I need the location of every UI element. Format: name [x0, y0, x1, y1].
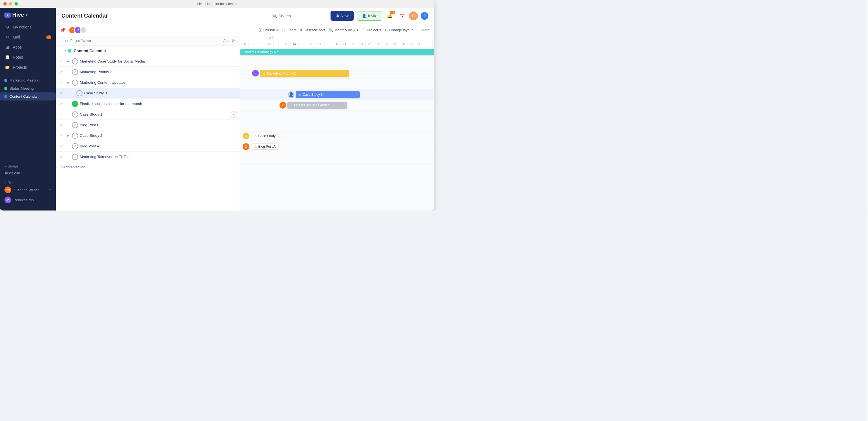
- check-circle[interactable]: ✓: [76, 90, 83, 96]
- external-link-icon[interactable]: ↗: [58, 155, 64, 159]
- direct-header[interactable]: ▾ Direct: [4, 181, 51, 185]
- gantt-row-blog-post-a: Z ⚠ Blog Post A: [240, 142, 434, 153]
- direct-contact-rebecca[interactable]: RY Rebecca Yip: [4, 195, 51, 205]
- external-link-icon[interactable]: ↗: [58, 91, 64, 95]
- action-name[interactable]: Blog Post A: [80, 144, 237, 148]
- topbar: Content Calendar 🔍 ⊕ New 👤 Invite 🔔 74: [56, 8, 434, 24]
- project-dot: [4, 79, 7, 82]
- app-window: Hive: Home for busy teams ≡ Hive ▾ ⊙ My …: [0, 0, 434, 210]
- search-input[interactable]: [279, 14, 323, 18]
- new-button[interactable]: ⊕ New: [331, 11, 354, 21]
- action-row: ↗ ✓ Blog Post A: [56, 141, 240, 151]
- avatar: RY: [4, 197, 11, 203]
- sidebar-item-my-actions[interactable]: ⊙ My actions: [0, 22, 56, 32]
- add-action-row[interactable]: + Add an action: [56, 162, 240, 172]
- check-circle[interactable]: ✓: [72, 80, 78, 86]
- notif-badge: 74: [390, 11, 395, 14]
- month-label: Sep: [268, 36, 273, 40]
- user-avatar[interactable]: U: [409, 11, 418, 20]
- day-21: 21: [340, 40, 349, 47]
- logo[interactable]: ≡ Hive ▾: [4, 12, 27, 18]
- project-expand-icon[interactable]: ▾: [64, 49, 68, 53]
- action-name[interactable]: Marketing Case Study for Social Media: [80, 59, 237, 63]
- expand-all-icon[interactable]: ⊕: [60, 38, 64, 43]
- filters-btn[interactable]: ⊟ Filters: [282, 28, 296, 32]
- search-box[interactable]: 🔍: [269, 12, 327, 20]
- pin-button[interactable]: 📌: [60, 27, 66, 33]
- external-link-icon[interactable]: ↗: [58, 134, 64, 138]
- more-btn[interactable]: ⋯ More: [416, 28, 430, 32]
- gantt-area[interactable]: Sep 09 10 11 12 13 14 15 16 17 18: [240, 36, 434, 210]
- case-study-2-label[interactable]: J ⚠ Case Study 2: [243, 133, 281, 139]
- external-link-icon[interactable]: ↗: [58, 123, 64, 127]
- groups-header[interactable]: ▾ Groups: [4, 164, 51, 168]
- check-circle[interactable]: ✓: [72, 133, 78, 139]
- action-name[interactable]: Case Study 2: [80, 134, 237, 138]
- sidebar-item-mail[interactable]: ✉ Mail 7: [0, 32, 56, 42]
- content-calendar-bar[interactable]: Content Calendar (537d): [240, 49, 434, 55]
- notifications-button[interactable]: 🔔 74: [385, 11, 394, 20]
- minimize-button[interactable]: [9, 2, 12, 6]
- check-circle[interactable]: ✓: [72, 143, 78, 149]
- fullscreen-button[interactable]: [14, 2, 18, 6]
- cascade-sort-btn[interactable]: ≡ Cascade sort: [301, 28, 325, 32]
- sidebar-item-status-meeting[interactable]: Status Meeting: [0, 84, 56, 92]
- action-name[interactable]: Case Study 1: [80, 112, 231, 116]
- check-circle[interactable]: ✓: [72, 58, 78, 64]
- toolbar: 📌 Z R + ⓘ Overview ⊟ Filters: [56, 24, 434, 36]
- action-name[interactable]: Blog Post B: [80, 123, 237, 127]
- action-name[interactable]: Marketing Takeover on TikTok: [80, 155, 237, 159]
- close-button[interactable]: [3, 2, 7, 6]
- sidebar-item-projects[interactable]: 📁 Projects: [0, 62, 56, 72]
- action-row: ↗ ✓ Case Study 1 +: [56, 109, 240, 120]
- invite-button[interactable]: 👤 Invite: [357, 11, 382, 21]
- monthly-view-btn[interactable]: 🔍 Monthly view ▾: [329, 28, 359, 32]
- day-01: 01: [424, 40, 432, 47]
- expand-icon[interactable]: ▶: [66, 59, 70, 63]
- action-name[interactable]: Marketing Priority 2: [80, 70, 237, 74]
- external-link-icon[interactable]: ↗: [58, 102, 64, 106]
- gantt-row-case-study-3: 👤 ⚠ Case Study 3: [240, 89, 434, 100]
- external-link-icon[interactable]: ↗: [58, 144, 64, 148]
- gantt-row-case-study-2: J ⚠ Case Study 2: [240, 132, 434, 142]
- sidebar-item-everyone[interactable]: Everyone: [4, 168, 51, 176]
- help-button[interactable]: ?: [421, 12, 428, 20]
- external-link-icon[interactable]: ↗: [58, 113, 64, 116]
- check-circle[interactable]: ✓: [72, 111, 78, 117]
- case-study-3-bar[interactable]: ⚠ Case Study 3: [296, 91, 360, 98]
- action-name[interactable]: Case Study 3: [84, 91, 237, 95]
- external-link-icon[interactable]: ↗: [58, 81, 64, 85]
- finalize-social-bar[interactable]: ✓ Finalize social calendar ...: [287, 102, 347, 109]
- sidebar-item-marketing-meeting[interactable]: Marketing Meeting: [0, 76, 56, 84]
- external-link-icon[interactable]: ↗: [58, 70, 64, 74]
- overview-btn[interactable]: ⓘ Overview: [258, 28, 278, 33]
- direct-contact-zuzanna[interactable]: ZW Zuzanna Wilson ✏: [4, 185, 51, 195]
- expand-icon[interactable]: ▶: [66, 81, 70, 84]
- check-circle[interactable]: ✓: [72, 122, 78, 128]
- collapse-all-icon[interactable]: ⊖: [65, 38, 68, 43]
- marketing-priority-bar[interactable]: ⚠ Marketing Priority 2: [260, 70, 349, 77]
- gantt-avatar-case-study-3: 👤: [288, 91, 294, 98]
- avatar-add[interactable]: +: [80, 27, 87, 34]
- avatar-image: U: [409, 11, 418, 20]
- sidebar-item-content-calendar[interactable]: Content Calendar: [0, 92, 56, 101]
- check-circle[interactable]: ✓: [72, 154, 78, 160]
- add-action-button[interactable]: +: [231, 111, 237, 118]
- expand-icon[interactable]: ▶: [66, 134, 70, 137]
- col-add-header[interactable]: Add: [223, 39, 229, 43]
- col-settings-icon[interactable]: ⚙: [231, 38, 235, 43]
- action-name[interactable]: Finalize social calendar for the month: [80, 102, 237, 106]
- check-circle[interactable]: ✓: [72, 69, 78, 75]
- calendar-button[interactable]: 📅: [397, 11, 406, 20]
- action-name[interactable]: Marketing Content Updates: [80, 80, 237, 85]
- project-btn[interactable]: ☰ Project ▾: [362, 28, 381, 32]
- check-circle[interactable]: ✓: [72, 101, 78, 107]
- day-13: 13: [273, 40, 282, 47]
- change-layout-btn[interactable]: ⊟ Change layout: [385, 28, 413, 32]
- sidebar-item-notes[interactable]: 📋 Notes: [0, 52, 56, 62]
- day-27: 27: [391, 40, 399, 47]
- blog-post-a-label[interactable]: Z ⚠ Blog Post A: [243, 143, 279, 150]
- warning-icon: ⚠: [254, 145, 257, 148]
- external-link-icon[interactable]: ↗: [58, 59, 64, 63]
- sidebar-item-apps[interactable]: ⊞ Apps: [0, 42, 56, 52]
